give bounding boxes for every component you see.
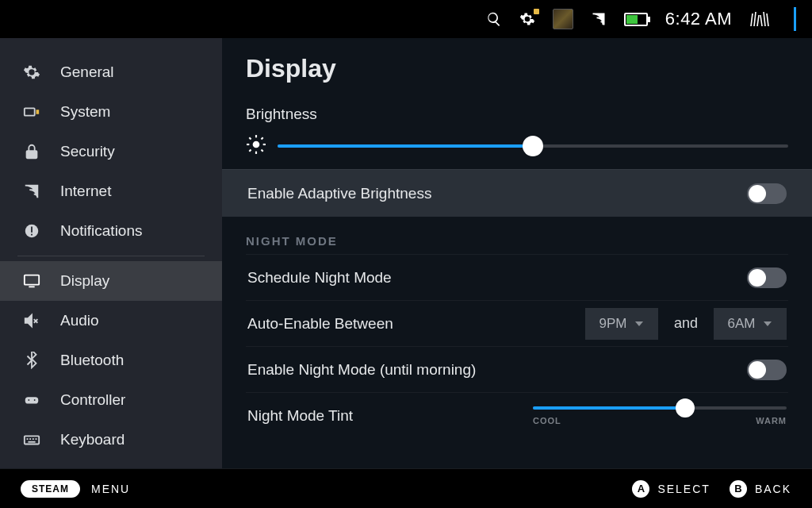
- brightness-label: Brightness: [246, 106, 788, 123]
- to-time-value: 6AM: [728, 316, 756, 332]
- from-time-value: 9PM: [599, 316, 626, 332]
- chevron-down-icon: [634, 319, 644, 329]
- sidebar-item-controller[interactable]: Controller: [0, 380, 222, 420]
- search-icon[interactable]: [486, 11, 502, 27]
- row-label: Auto-Enable Between: [247, 315, 393, 333]
- bottom-bar: STEAM MENU A SELECT B BACK: [0, 468, 812, 508]
- sidebar-item-label: System: [60, 103, 110, 121]
- schedule-toggle[interactable]: [747, 267, 787, 288]
- brightness-thumb[interactable]: [523, 136, 543, 156]
- sidebar-item-label: Bluetooth: [60, 352, 124, 369]
- b-button-icon: B: [730, 480, 747, 498]
- svg-rect-5: [25, 275, 39, 285]
- tint-cool-label: COOL: [533, 416, 561, 425]
- svg-point-8: [28, 399, 29, 401]
- content-panel: Display Brightness Enable Adaptive Brigh…: [222, 38, 812, 468]
- svg-line-21: [249, 137, 251, 139]
- chevron-down-icon: [763, 319, 772, 329]
- until-morning-toggle[interactable]: [747, 360, 787, 380]
- svg-rect-3: [31, 227, 33, 233]
- wifi-icon[interactable]: [591, 11, 607, 27]
- row-schedule-night-mode[interactable]: Schedule Night Mode: [246, 254, 788, 300]
- sidebar-item-label: Controller: [60, 391, 125, 409]
- svg-rect-12: [29, 438, 31, 440]
- sidebar-item-label: Audio: [60, 312, 99, 329]
- avatar[interactable]: [553, 9, 573, 29]
- brightness-track[interactable]: [278, 144, 788, 148]
- sidebar-divider: [17, 256, 205, 256]
- page-title: Display: [246, 54, 788, 83]
- tint-slider[interactable]: COOL WARM: [533, 406, 787, 425]
- row-auto-enable-between: Auto-Enable Between 9PM and 6AM: [246, 300, 788, 346]
- adaptive-toggle[interactable]: [747, 183, 787, 204]
- settings-icon[interactable]: [519, 11, 535, 27]
- tint-fill: [533, 406, 685, 410]
- sidebar-item-security[interactable]: Security: [0, 132, 222, 171]
- from-time-dropdown[interactable]: 9PM: [585, 308, 658, 340]
- b-button-hint: B BACK: [730, 480, 791, 498]
- svg-rect-1: [36, 110, 40, 114]
- section-night-mode: NIGHT MODE: [246, 234, 788, 248]
- svg-point-16: [253, 141, 260, 148]
- svg-rect-13: [33, 438, 34, 440]
- to-time-dropdown[interactable]: 6AM: [714, 308, 787, 340]
- svg-rect-4: [31, 234, 33, 236]
- row-adaptive-brightness[interactable]: Enable Adaptive Brightness: [222, 169, 812, 217]
- row-night-mode-tint: Night Mode Tint COOL WARM: [246, 392, 788, 438]
- tint-warm-label: WARM: [756, 416, 787, 425]
- sidebar-item-display[interactable]: Display: [0, 261, 222, 301]
- svg-line-24: [262, 137, 263, 139]
- main-region: General System Security Internet Notific…: [0, 38, 812, 468]
- svg-point-9: [34, 399, 36, 401]
- row-label: Enable Night Mode (until morning): [247, 361, 476, 379]
- b-button-label: BACK: [755, 483, 791, 495]
- sidebar-item-label: General: [60, 64, 114, 81]
- tint-track[interactable]: [533, 406, 787, 410]
- sidebar-item-keyboard[interactable]: Keyboard: [0, 420, 222, 460]
- sidebar-item-notifications[interactable]: Notifications: [0, 211, 222, 251]
- sidebar-item-label: Notifications: [60, 222, 143, 240]
- row-label: Enable Adaptive Brightness: [247, 185, 431, 202]
- sidebar-item-label: Keyboard: [60, 431, 124, 448]
- bluetooth-icon: [22, 352, 41, 369]
- svg-rect-15: [28, 441, 35, 443]
- a-button-label: SELECT: [657, 483, 710, 495]
- alert-icon: [22, 222, 41, 240]
- lock-icon: [22, 143, 41, 160]
- menu-label[interactable]: MENU: [91, 483, 130, 495]
- sidebar-item-general[interactable]: General: [0, 52, 222, 92]
- row-enable-night-mode[interactable]: Enable Night Mode (until morning): [246, 346, 788, 392]
- monitor-icon: [22, 272, 41, 290]
- svg-line-23: [249, 150, 251, 152]
- keyboard-icon: [22, 431, 41, 448]
- brightness-block: Brightness: [246, 106, 788, 158]
- row-label: Night Mode Tint: [247, 407, 353, 425]
- brightness-slider[interactable]: [246, 134, 788, 158]
- svg-rect-7: [25, 397, 39, 403]
- top-bar: 6:42 AM: [0, 0, 812, 38]
- system-icon: [22, 103, 41, 121]
- settings-notification-dot: [534, 9, 539, 14]
- sidebar-item-label: Display: [60, 272, 109, 290]
- mute-icon: [22, 312, 41, 329]
- sidebar-item-label: Security: [60, 143, 115, 160]
- clock: 6:42 AM: [665, 9, 732, 29]
- svg-line-22: [262, 150, 263, 152]
- tint-thumb[interactable]: [676, 398, 695, 418]
- brightness-fill: [278, 144, 533, 148]
- steam-button[interactable]: STEAM: [21, 480, 80, 498]
- sidebar: General System Security Internet Notific…: [0, 38, 222, 468]
- sun-icon: [246, 134, 266, 158]
- sidebar-item-bluetooth[interactable]: Bluetooth: [0, 341, 222, 380]
- battery-icon: [624, 13, 648, 26]
- sidebar-item-system[interactable]: System: [0, 92, 222, 132]
- wifi-icon: [22, 183, 41, 200]
- svg-rect-10: [25, 436, 39, 444]
- profile-icon[interactable]: [749, 10, 772, 28]
- a-button-icon: A: [632, 480, 649, 498]
- topbar-accent: [794, 7, 796, 31]
- sidebar-item-label: Internet: [60, 183, 111, 200]
- svg-rect-0: [25, 108, 35, 115]
- sidebar-item-audio[interactable]: Audio: [0, 301, 222, 341]
- sidebar-item-internet[interactable]: Internet: [0, 171, 222, 211]
